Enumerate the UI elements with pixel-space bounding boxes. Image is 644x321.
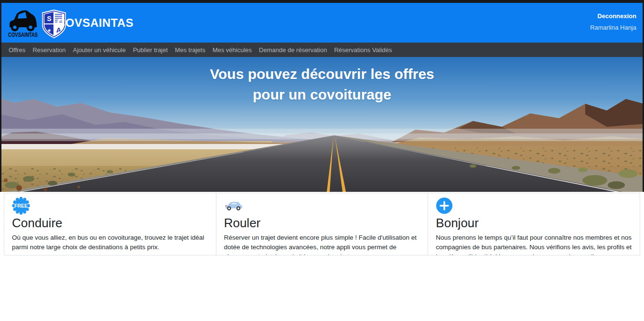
nav-item-ajouter-vehicule[interactable]: Ajouter un véhicule <box>73 46 126 54</box>
card-title: Conduire <box>12 216 208 231</box>
plus-circle-icon <box>436 196 632 215</box>
user-name: Ramarlina Hanja <box>590 24 636 31</box>
nav-item-reservation[interactable]: Reservation <box>32 46 65 54</box>
hero-title: Vous pouvez découvrir les offres pour un… <box>0 64 644 105</box>
car-icon <box>224 196 420 215</box>
card-title: Bonjour <box>436 216 632 231</box>
shield-letter-s: S <box>47 15 51 22</box>
card-text: Où que vous alliez, en bus ou en covoitu… <box>12 233 208 253</box>
window-frame-top <box>0 0 644 3</box>
svg-text:FREE: FREE <box>14 203 28 209</box>
hero-title-line1: Vous pouvez découvrir les offres <box>0 64 644 84</box>
hero-banner: Vous pouvez découvrir les offres pour un… <box>0 57 644 192</box>
nav-item-mes-trajets[interactable]: Mes trajets <box>175 46 205 54</box>
car-logo-caption: COVSAINTAS <box>8 31 38 38</box>
feature-card-conduire: FREE Conduire Où que vous alliez, en bus… <box>4 193 216 255</box>
nav-item-publier-trajet[interactable]: Publier trajet <box>133 46 168 54</box>
card-title: Rouler <box>224 216 420 231</box>
brand-title[interactable]: COVSAINTAS <box>57 3 134 43</box>
covsaintas-car-logo: COVSAINTAS <box>7 7 39 39</box>
feature-cards: FREE Conduire Où que vous alliez, en bus… <box>4 193 640 255</box>
window-frame-left <box>0 3 1 192</box>
hero-title-line2: pour un covoiturage <box>0 84 644 105</box>
nav-item-reservations-valides[interactable]: Réservations Validés <box>334 46 392 54</box>
main-nav: Offres Reservation Ajouter un véhicule P… <box>0 43 644 57</box>
app-header: COVSAINTAS S A ★ COVSAINTAS Deconnexion … <box>0 3 644 43</box>
feature-card-rouler: Rouler Réserver un trajet devient encore… <box>216 193 429 255</box>
free-badge-icon: FREE <box>12 196 208 215</box>
nav-item-demande-reservation[interactable]: Demande de réservation <box>259 46 327 54</box>
card-text: Nous prenons le temps qu’il faut pour co… <box>436 233 632 255</box>
feature-card-bonjour: Bonjour Nous prenons le temps qu’il faut… <box>428 193 640 255</box>
logout-link[interactable]: Deconnexion <box>590 12 636 20</box>
page: COVSAINTAS S A ★ COVSAINTAS Deconnexion … <box>0 0 644 321</box>
nav-item-offres[interactable]: Offres <box>9 46 25 54</box>
header-user-area: Deconnexion Ramarlina Hanja <box>590 12 636 31</box>
nav-item-mes-vehicules[interactable]: Mes véhicules <box>213 46 252 54</box>
card-text: Réserver un trajet devient encore plus s… <box>224 233 420 255</box>
